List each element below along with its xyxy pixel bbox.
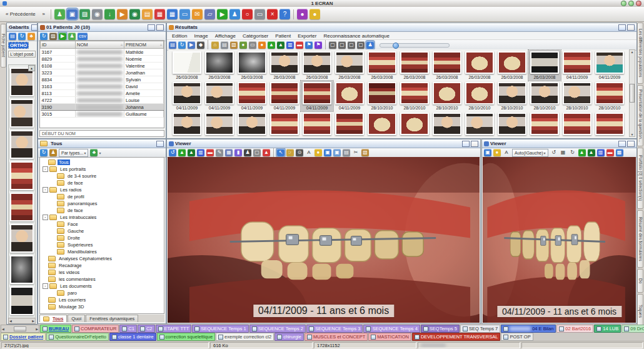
workspace-tab-mastication[interactable]: MASTICATION bbox=[368, 333, 411, 341]
annotate-icon[interactable]: ✎ bbox=[216, 149, 223, 156]
tree-expander-icon[interactable]: - bbox=[43, 187, 48, 193]
result-thumbnail[interactable]: 04/11/2009 bbox=[593, 50, 626, 81]
printer-icon[interactable]: ▭ bbox=[254, 9, 265, 19]
sort-asc-icon[interactable]: ▲ bbox=[578, 149, 586, 156]
col-header-nom[interactable]: NOM▵ bbox=[76, 41, 124, 49]
screens-icon[interactable]: ▭ bbox=[179, 9, 190, 19]
maximize-button[interactable] bbox=[628, 1, 634, 6]
patient-row[interactable]: 8829Noémie bbox=[41, 56, 164, 63]
right-tab-les-diff-rentes-populations[interactable]: Les différentes populations bbox=[637, 23, 643, 84]
grid-icon[interactable]: ▦ bbox=[225, 149, 233, 156]
workspace-tab-chirurgie[interactable]: chirurgie bbox=[274, 333, 304, 341]
back-button[interactable]: « Précédente bbox=[3, 10, 38, 18]
sidebar-hscrollbar[interactable]: ◀▶ bbox=[8, 318, 36, 324]
result-thumbnail[interactable]: 28/10/2010 bbox=[593, 81, 626, 111]
result-thumbnail[interactable] bbox=[366, 111, 398, 137]
workspace-tab-04-e-bilan[interactable]: 04 E Bilan bbox=[501, 325, 556, 333]
table-icon[interactable]: ▦ bbox=[560, 149, 567, 156]
forward-button[interactable]: » bbox=[40, 10, 48, 18]
panel-float-button[interactable] bbox=[618, 141, 626, 147]
intraoral-photo-right[interactable]: 04/11/2009 - 11 ans et 6 mois bbox=[483, 157, 636, 323]
gear-icon[interactable]: ● bbox=[239, 41, 247, 49]
result-thumbnail[interactable]: 04/11/2009 bbox=[236, 81, 268, 111]
result-thumbnail[interactable]: 28/10/2010 bbox=[496, 81, 528, 111]
crop-rotate-icon[interactable]: ▢ bbox=[338, 41, 346, 49]
group-by-dropdown[interactable]: Par types...▾ bbox=[59, 149, 88, 157]
zoom-icon[interactable]: ⊙ bbox=[296, 149, 303, 156]
play-icon[interactable]: ▶ bbox=[217, 9, 228, 19]
tree-item-les-intrabuccales[interactable]: -Les intrabuccales bbox=[43, 214, 164, 221]
menu-patient[interactable]: Patient bbox=[275, 33, 291, 39]
thumbnail-zoom-slider[interactable] bbox=[380, 43, 450, 48]
right-tab-toques[interactable]: Toques bbox=[637, 294, 643, 328]
cut-icon[interactable]: ✂ bbox=[352, 149, 360, 156]
gabarit-thumbnail[interactable] bbox=[10, 68, 34, 96]
people-icon[interactable]: ♟ bbox=[366, 41, 374, 49]
result-thumbnail[interactable]: 26/03/2008 bbox=[268, 50, 301, 81]
panel-float-button[interactable] bbox=[156, 141, 164, 147]
person-icon[interactable]: ♟ bbox=[244, 149, 251, 156]
add-patient-icon[interactable]: ♟ bbox=[68, 33, 76, 40]
sort-asc-icon[interactable]: ▲ bbox=[178, 149, 186, 156]
image-icon[interactable]: ▨ bbox=[49, 33, 57, 40]
tree-item-panoramiques[interactable]: panoramiques bbox=[43, 200, 164, 207]
gabarit-thumbnail[interactable] bbox=[10, 130, 34, 159]
flag-purple-icon[interactable]: ⚑ bbox=[314, 41, 322, 49]
stamp-icon[interactable]: ▮ bbox=[234, 149, 242, 156]
gabarit-thumbnail[interactable] bbox=[10, 161, 34, 190]
grapes-purple-icon[interactable]: ● bbox=[297, 9, 308, 19]
whiteboard-icon[interactable]: ▱ bbox=[204, 9, 215, 19]
histogram-icon[interactable]: ▥ bbox=[197, 149, 204, 156]
sort-desc-icon[interactable]: ▲ bbox=[277, 41, 284, 49]
close-button[interactable] bbox=[636, 1, 641, 6]
result-thumbnail[interactable] bbox=[301, 111, 333, 137]
grapes-yellow-icon[interactable]: ● bbox=[309, 9, 320, 19]
paste-icon[interactable]: ▧ bbox=[361, 149, 369, 156]
col-header-prenom[interactable]: PRENOM▵ bbox=[124, 41, 164, 49]
tree-item-tous[interactable]: Tous bbox=[43, 159, 164, 166]
patient-row[interactable]: 6108Valentine bbox=[41, 63, 164, 69]
result-thumbnail[interactable]: 26/03/2008 bbox=[301, 50, 333, 81]
play-icon[interactable]: ▶ bbox=[59, 33, 66, 40]
tree-expander-icon[interactable]: - bbox=[43, 283, 48, 289]
screen-icon[interactable]: ▣ bbox=[67, 9, 78, 19]
save-icon[interactable]: ▣ bbox=[484, 149, 491, 156]
crop-free-icon[interactable]: ▢ bbox=[357, 41, 365, 49]
refresh-icon[interactable]: ↻ bbox=[178, 41, 186, 49]
lock-icon[interactable]: ● bbox=[314, 149, 322, 156]
result-thumbnail[interactable] bbox=[528, 111, 561, 137]
close-icon[interactable]: × bbox=[267, 9, 278, 19]
patient-row[interactable]: 3015Guillaume bbox=[41, 111, 164, 118]
resize-icon[interactable]: ▢ bbox=[253, 149, 261, 156]
workspace-tab-sequence-temps-1[interactable]: SEQUENCE Temps 1 bbox=[192, 325, 248, 333]
tab-fiche-patient[interactable]: Fiche patient bbox=[1, 24, 6, 68]
menu-edition[interactable]: Edition bbox=[172, 33, 187, 39]
result-thumbnail[interactable]: 04/11/2009 bbox=[301, 81, 333, 111]
tree-expander-icon[interactable]: - bbox=[43, 215, 48, 220]
objet-pose-button[interactable]: L'objet posé bbox=[8, 51, 36, 58]
patient-row[interactable]: 8834Sylvain bbox=[41, 76, 164, 83]
hand-icon[interactable]: ☞ bbox=[286, 149, 294, 156]
right-tab-pr-sentation-de-la-question-[interactable]: Présentation de la question... bbox=[637, 85, 643, 146]
import-icon[interactable]: ↓ bbox=[104, 9, 115, 19]
viewer-mode-dropdown[interactable]: Auto(IGauche)▾ bbox=[512, 149, 548, 157]
workspace-tab-14-lub[interactable]: 14 LUB bbox=[594, 325, 621, 333]
workspace-tab-questionnairedrfelpetto[interactable]: QuestionnaireDrFelpetto bbox=[46, 333, 109, 341]
result-thumbnail[interactable]: 04/11/2009 bbox=[268, 81, 301, 111]
result-thumbnail[interactable] bbox=[561, 111, 593, 137]
document-icon[interactable]: ▤ bbox=[142, 9, 153, 19]
rotate-left-icon[interactable]: ↺ bbox=[550, 149, 558, 156]
result-thumbnail[interactable] bbox=[431, 111, 463, 137]
workspace-tab-etape-ttt[interactable]: ETAPE TTT bbox=[156, 325, 192, 333]
result-thumbnail[interactable]: 28/10/2010 bbox=[366, 81, 398, 111]
refresh-icon[interactable]: ↻ bbox=[40, 149, 48, 156]
right-tab-r-sum-des-formulaires[interactable]: Résumé des formulaires bbox=[637, 210, 643, 268]
tree-item-droite[interactable]: Droite bbox=[43, 235, 164, 241]
panel-float-button[interactable] bbox=[31, 24, 37, 31]
preview-icon[interactable]: ◉ bbox=[129, 9, 140, 19]
tiles-icon[interactable]: ▩ bbox=[616, 149, 623, 156]
name-search-input[interactable]: DÉBUT DU NOM bbox=[39, 130, 164, 137]
workspace-tab-muscles-et-concept[interactable]: MUSCLES et CONCEPT bbox=[304, 333, 368, 341]
right-tab-portfolio-0-0-s-lection-s-[interactable]: Portfolio [0] 0 sélection(s) bbox=[637, 148, 643, 209]
workspace-tab-comparateur[interactable]: COMPARATEUR bbox=[72, 325, 119, 333]
